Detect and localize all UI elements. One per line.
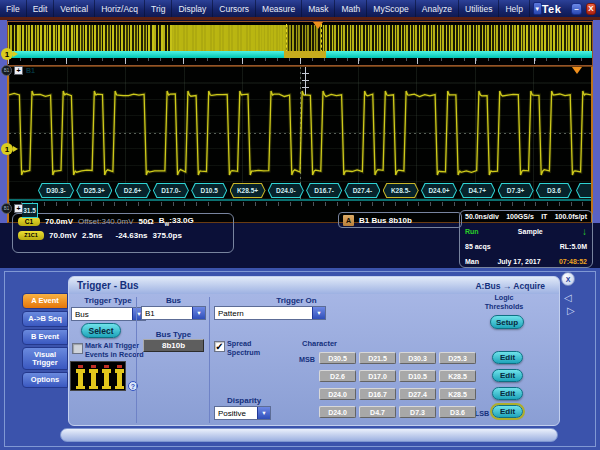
bus-main-badge[interactable]: B1: [1, 203, 12, 214]
trigger-events-graphic: [70, 361, 126, 391]
disparity-dropdown[interactable]: Positive ▼: [214, 406, 271, 420]
bus-main-expand-icon[interactable]: +: [14, 204, 23, 213]
character-label: Character: [302, 339, 352, 348]
edit-button[interactable]: Edit: [492, 369, 523, 382]
character-value-button[interactable]: D30.5: [319, 352, 356, 364]
tab-b-event[interactable]: B Event: [22, 329, 68, 345]
overview-time-ruler: [8, 58, 592, 65]
tab-options[interactable]: Options: [22, 372, 68, 388]
vertical-readout-box: C1 70.0mV Offset:340.0mV 50Ω BW:33.0G Z1…: [12, 213, 234, 253]
menu-item-mask[interactable]: Mask: [302, 0, 335, 17]
overview-waveform-dense: [173, 25, 288, 51]
edit-button[interactable]: Edit: [492, 351, 523, 364]
setup-button[interactable]: Setup: [490, 315, 524, 329]
waveform-display-area: D30.3-D25.3+D2.6+D17.0-D10.5K28.5+D24.0-…: [0, 17, 600, 268]
chevron-down-icon[interactable]: ▼: [192, 307, 205, 319]
character-value-button[interactable]: D2.6: [319, 370, 356, 382]
chevron-down-icon[interactable]: ▼: [257, 407, 270, 419]
spread-spectrum-label: SpreadSpectrum: [227, 339, 273, 357]
menu-item-myscope[interactable]: MyScope: [367, 0, 415, 17]
chevron-down-icon: ▼: [534, 6, 540, 12]
character-value-button[interactable]: D30.3: [399, 352, 436, 364]
dialog-context: A:Bus → Acquire: [475, 281, 545, 291]
edit-button[interactable]: Edit: [492, 387, 523, 400]
acq-resolution: 100.0fs/pt: [555, 213, 587, 220]
menu-item-display[interactable]: Display: [172, 0, 213, 17]
character-value-button[interactable]: D3.6: [439, 406, 476, 418]
acquisition-readout-box: 50.0ns/div 100GS/s IT 100.0fs/pt Run Sam…: [459, 210, 593, 268]
character-value-button[interactable]: K28.5: [439, 388, 476, 400]
oscilloscope-screen: FileEditVerticalHoriz/AcqTrigDisplayCurs…: [0, 0, 600, 450]
character-value-button[interactable]: D21.5: [359, 352, 396, 364]
ch1-badge[interactable]: C1: [18, 217, 40, 226]
character-value-button[interactable]: D4.7: [359, 406, 396, 418]
menu-more-button[interactable]: ▼: [533, 2, 542, 15]
close-button[interactable]: X: [586, 3, 596, 15]
trigger-type-label: Trigger Type: [71, 296, 145, 305]
dialog-close-button[interactable]: X: [561, 272, 575, 286]
ch1-offset: Offset:340.0mV: [78, 217, 133, 226]
character-value-button[interactable]: D24.0: [319, 388, 356, 400]
bus-decode-label: D24.0+: [421, 183, 457, 198]
dialog-bottom-bar[interactable]: [60, 428, 558, 442]
bus-decode-label: K28.5+: [230, 183, 266, 198]
tek-logo: Tek: [542, 3, 562, 15]
zoom-timebase: 2.5ns: [82, 231, 102, 240]
bus-dropdown[interactable]: B1 ▼: [141, 306, 206, 320]
character-value-button[interactable]: D10.5: [399, 370, 436, 382]
minimize-button[interactable]: –: [571, 3, 581, 15]
bus-overview-badge[interactable]: B1: [1, 65, 12, 76]
main-graticule: D30.3-D25.3+D2.6+D17.0-D10.5K28.5+D24.0-…: [7, 66, 593, 223]
trigger-type-dropdown[interactable]: Bus ▼: [71, 307, 146, 321]
zoom-position: -24.63ns: [116, 231, 148, 240]
menu-item-edit[interactable]: Edit: [27, 0, 55, 17]
acq-sampling-mode: IT: [541, 213, 547, 220]
zoom-badge[interactable]: Z1C1: [18, 231, 44, 240]
menu-item-horiz-acq[interactable]: Horiz/Acq: [95, 0, 145, 17]
character-value-button[interactable]: D16.7: [359, 388, 396, 400]
bus-decode-label-partial-right: [576, 183, 593, 198]
zoom-scale: 70.0mV: [49, 231, 77, 240]
menu-item-cursors[interactable]: Cursors: [213, 0, 256, 17]
menu-item-math[interactable]: Math: [335, 0, 367, 17]
mark-all-checkbox[interactable]: [72, 343, 83, 354]
edit-button[interactable]: Edit: [492, 405, 523, 418]
character-value-button[interactable]: D17.0: [359, 370, 396, 382]
dialog-title: Trigger - Bus: [77, 280, 139, 291]
character-value-button[interactable]: D25.3: [439, 352, 476, 364]
nav-next-icon[interactable]: ▷: [567, 305, 575, 316]
spread-spectrum-checkbox[interactable]: ✓: [214, 341, 225, 352]
menu-item-analyze[interactable]: Analyze: [416, 0, 459, 17]
tab-visual-trigger[interactable]: VisualTrigger: [22, 347, 68, 370]
menu-item-utilities[interactable]: Utilities: [459, 0, 499, 17]
ch1-bandwidth: BW:33.0G: [159, 216, 194, 227]
character-value-button[interactable]: D24.0: [319, 406, 356, 418]
chevron-down-icon[interactable]: ▼: [312, 307, 325, 319]
menu-item-measure[interactable]: Measure: [256, 0, 302, 17]
character-value-button[interactable]: D7.3: [399, 406, 436, 418]
nav-prev-icon[interactable]: ◁: [564, 292, 572, 303]
trigger-on-dropdown[interactable]: Pattern ▼: [214, 306, 326, 320]
main-trigger-marker-icon[interactable]: [572, 67, 582, 74]
bus-overview-expand-icon[interactable]: +: [14, 66, 23, 75]
logic-thresholds-label: LogicThresholds: [469, 293, 539, 311]
trigger-position-line: [305, 67, 306, 95]
character-value-button[interactable]: D27.4: [399, 388, 436, 400]
ch1-overview-marker[interactable]: 1: [1, 48, 13, 60]
menu-item-vertical[interactable]: Vertical: [54, 0, 95, 17]
acq-trig-mode: Man: [465, 258, 479, 265]
menu-item-trig[interactable]: Trig: [145, 0, 172, 17]
acq-count: 85 acqs: [465, 243, 491, 250]
a-trigger-badge[interactable]: A: [343, 215, 354, 226]
overview-trigger-marker-icon[interactable]: [313, 22, 323, 29]
menu-item-help[interactable]: Help: [499, 0, 529, 17]
character-value-button[interactable]: K28.5: [439, 370, 476, 382]
tab-a-b-seq[interactable]: A->B Seq: [22, 311, 68, 327]
trigger-on-label: Trigger On: [244, 296, 349, 305]
menu-item-file[interactable]: File: [0, 0, 27, 17]
bus-decode-label: K28.5-: [383, 183, 419, 198]
msb-label: MSB: [297, 355, 317, 364]
tab-a-event[interactable]: A Event: [22, 293, 68, 309]
select-button[interactable]: Select: [81, 323, 121, 338]
ch1-main-marker[interactable]: 1: [1, 143, 13, 155]
